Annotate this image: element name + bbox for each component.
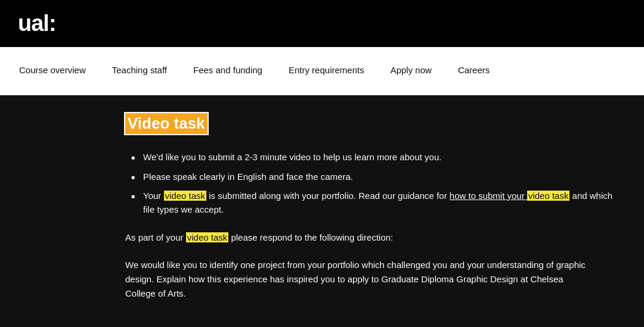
nav-item-careers[interactable]: Careers [445, 47, 503, 95]
bullet-text-1: We'd like you to submit a 2-3 minute vid… [143, 151, 441, 164]
section-title: Video task [125, 113, 208, 134]
bullet-item-1: We'd like you to submit a 2-3 minute vid… [131, 151, 620, 164]
bullet-text-3: Your video task is submitted along with … [143, 189, 620, 216]
bullet-text-2: Please speak clearly in English and face… [143, 170, 353, 184]
nav-item-entry-requirements[interactable]: Entry requirements [275, 47, 377, 95]
main-nav: Course overview Teaching staff Fees and … [0, 47, 644, 95]
nav-item-teaching-staff[interactable]: Teaching staff [99, 47, 180, 95]
paragraph-1-before: As part of your [125, 232, 186, 242]
bullet-3-before: Your [143, 191, 163, 201]
highlight-video-task-2: video task [527, 191, 570, 201]
link-how-to-submit[interactable]: how to submit your [450, 191, 527, 201]
site-logo: ual: [18, 11, 56, 36]
bullet-list: We'd like you to submit a 2-3 minute vid… [125, 151, 620, 216]
highlight-video-task-3: video task [186, 232, 229, 242]
paragraph-1: As part of your video task please respon… [125, 231, 590, 245]
site-header: ual: [0, 0, 644, 47]
bullet-3-middle: is submitted along with your portfolio. … [206, 191, 450, 201]
nav-item-apply-now[interactable]: Apply now [377, 47, 445, 95]
nav-item-course-overview[interactable]: Course overview [6, 47, 99, 95]
paragraph-2: We would like you to identify one projec… [125, 258, 590, 301]
bullet-item-3: Your video task is submitted along with … [131, 189, 620, 216]
nav-item-fees-funding[interactable]: Fees and funding [180, 47, 275, 95]
bullet-item-2: Please speak clearly in English and face… [131, 170, 620, 184]
paragraph-1-after: please respond to the following directio… [228, 232, 393, 242]
highlight-video-task-1: video task [164, 191, 207, 201]
main-content: Video task We'd like you to submit a 2-3… [0, 95, 644, 327]
